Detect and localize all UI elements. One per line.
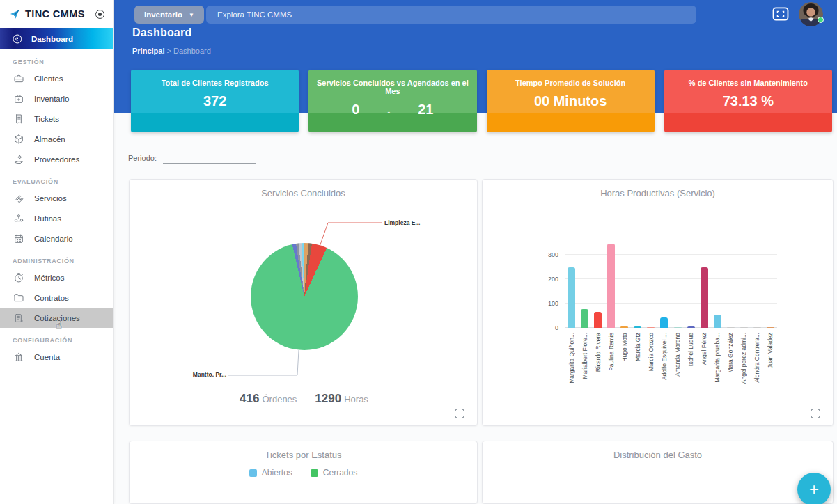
sidebar-item-rutinas[interactable]: Rutinas xyxy=(0,208,113,228)
sidebar-item-label: Servicios xyxy=(34,194,67,203)
stat-card-value: 372 xyxy=(131,93,299,109)
expand-icon[interactable] xyxy=(455,409,464,418)
bar-marcia-gtz xyxy=(634,326,641,328)
x-axis-label: Marcia Gtz xyxy=(634,333,641,361)
sidebar-item-label: Inventario xyxy=(34,95,70,103)
x-axis-label: Ixchel Luque xyxy=(687,333,694,366)
sidebar-item-inventario[interactable]: Inventario xyxy=(0,88,113,109)
sidebar-item-label: Clientes xyxy=(34,74,63,83)
sidebar-item-label: Contratos xyxy=(34,294,69,302)
bar-alondra-contrera xyxy=(753,327,761,328)
legend-swatch xyxy=(249,469,257,477)
period-label: Periodo: xyxy=(128,154,157,164)
sidebar-section-label: EVALUACIÓN xyxy=(0,178,113,185)
medkit-icon xyxy=(13,93,24,104)
chevron-down-icon: ▼ xyxy=(189,12,194,18)
sidebar-item-proveedores[interactable]: Proveedores xyxy=(0,149,113,169)
chart-title: Horas Productivas (Servicio) xyxy=(483,188,833,198)
chart-title: Distribución del Gasto xyxy=(483,450,833,460)
wrench-icon xyxy=(13,192,24,204)
x-axis-label: Margarita Quiñon... xyxy=(568,333,575,384)
legend-item-abiertos: Abiertos xyxy=(249,468,292,478)
hand-gear-icon xyxy=(13,153,24,165)
tickets-estatus-card: Tickets por Estatus AbiertosCerrados xyxy=(129,441,478,504)
quote-doc-icon xyxy=(13,312,24,324)
servicios-pie-chart xyxy=(251,243,358,350)
sidebar-item-label: Tickets xyxy=(34,115,59,123)
horas-bar-chart: 0100200300Margarita Quiñon...Marialbert … xyxy=(565,241,777,328)
tickets-legend: AbiertosCerrados xyxy=(130,468,477,478)
sidebar-item-metricos[interactable]: Métricos xyxy=(0,267,113,288)
breadcrumb-current: Dashboard xyxy=(173,47,211,55)
sidebar-item-servicios[interactable]: Servicios xyxy=(0,188,113,208)
breadcrumb: Principal > Dashboard xyxy=(132,47,211,55)
group-icon xyxy=(13,212,24,224)
breadcrumb-root[interactable]: Principal xyxy=(132,47,164,55)
brand-name: TINC CMMS xyxy=(25,8,85,19)
legend-item-cerrados: Cerrados xyxy=(311,468,357,478)
sidebar-item-almacen[interactable]: Almacén xyxy=(0,129,113,149)
horas-productivas-card: Horas Productivas (Servicio) 0100200300M… xyxy=(482,179,834,426)
servicios-concluidos-card: Servicios Concluidos Limpieza E... Mantt… xyxy=(129,179,478,426)
gridline xyxy=(565,278,777,279)
search-input[interactable] xyxy=(206,6,696,24)
gauge-icon xyxy=(11,33,23,45)
context-dropdown-button[interactable]: Inventario ▼ xyxy=(134,6,204,24)
x-axis-label: Ricardo Rivera xyxy=(595,333,602,372)
sidebar-section-label: ADMINISTRACIÓN xyxy=(0,258,113,265)
sidebar: TINC CMMS Dashboard GESTIÓNClientesInven… xyxy=(0,0,114,504)
sidebar-item-label: Métricos xyxy=(34,274,64,282)
stat-card-title: Tiempo Promedio de Solución xyxy=(487,79,655,87)
y-axis-tick: 0 xyxy=(555,324,558,331)
sidebar-item-contratos[interactable]: Contratos xyxy=(0,288,113,308)
x-axis-label: Mara González xyxy=(727,333,734,373)
stat-card-servicios-concluidos-vs: Servicios Concluidos vs Agendados en el … xyxy=(308,70,476,132)
stat-card-title: Servicios Concluidos vs Agendados en el … xyxy=(308,79,476,95)
legend-swatch xyxy=(311,469,318,477)
online-status-dot xyxy=(818,17,824,23)
bar-angel-perez xyxy=(701,267,708,329)
sidebar-item-label: Cuenta xyxy=(34,353,60,361)
bar-margarita-prueba xyxy=(714,315,721,328)
sidebar-item-dashboard[interactable]: Dashboard xyxy=(0,28,113,49)
mouse-cursor-hand: ☝ xyxy=(56,319,62,331)
main-area: Inventario ▼ Dashboard Principal > Dashb… xyxy=(114,0,837,504)
x-axis-label: Paulina Remis xyxy=(608,333,615,371)
bar-ixchel-luque xyxy=(687,326,695,328)
bar-angel-perez-admi xyxy=(740,327,748,328)
stat-card-de-clientes-sin: % de Clientes sin Mantenimiento73.13 % xyxy=(664,70,832,132)
expand-icon[interactable] xyxy=(811,409,820,418)
sidebar-toggle-icon[interactable] xyxy=(95,10,104,19)
page-title: Dashboard xyxy=(132,26,191,39)
building-icon xyxy=(13,351,24,363)
stat-card-row: Total de Clientes Registrados372Servicio… xyxy=(131,70,832,132)
period-input[interactable] xyxy=(163,152,256,164)
bar-hugo-mota xyxy=(620,326,628,328)
x-axis-label: Angel perez admi... xyxy=(740,333,747,384)
sidebar-item-label: Rutinas xyxy=(34,214,61,223)
bar-marcia-orozco xyxy=(647,327,655,328)
bar-adolfo-esquivel xyxy=(660,317,668,328)
bar-margarita-quinon xyxy=(568,267,575,329)
gridline xyxy=(565,254,777,255)
sidebar-section-label: CONFIGURACIÓN xyxy=(0,337,113,344)
stat-card-value: 73.13 % xyxy=(664,93,832,109)
add-button[interactable]: + xyxy=(797,473,831,504)
bar-paulina-remis xyxy=(607,244,615,328)
sidebar-item-calendario[interactable]: Calendario xyxy=(0,228,113,249)
sidebar-item-tickets[interactable]: Tickets xyxy=(0,109,113,129)
stat-card-title: Total de Clientes Registrados xyxy=(131,79,299,87)
sidebar-item-cuenta[interactable]: Cuenta xyxy=(0,347,113,367)
fullscreen-icon[interactable] xyxy=(772,7,789,21)
cube-icon xyxy=(13,133,24,145)
sidebar-section-label: GESTIÓN xyxy=(0,58,113,65)
timer-icon xyxy=(13,271,24,283)
gridline xyxy=(565,303,777,304)
briefcase-icon xyxy=(13,72,24,84)
sidebar-item-clientes[interactable]: Clientes xyxy=(0,68,113,88)
x-axis-label: Marialbert Flore... xyxy=(581,333,588,379)
bar-ricardo-rivera xyxy=(594,312,602,328)
distribucion-gasto-card: Distribución del Gasto xyxy=(482,441,834,504)
x-axis-label: Ángel Pérez xyxy=(701,333,707,365)
pie-callout-label: Limpieza E... xyxy=(384,219,421,226)
